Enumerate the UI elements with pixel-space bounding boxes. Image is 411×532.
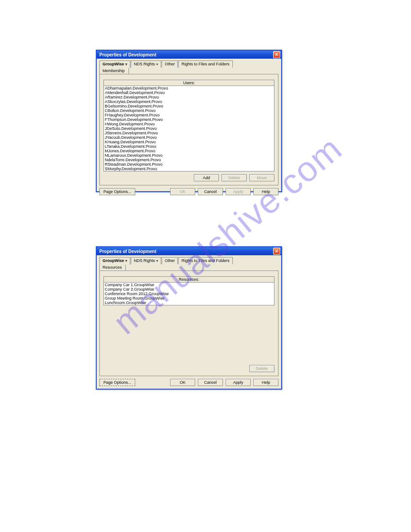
tab-rights-files-folders[interactable]: Rights to Files and Folders: [178, 60, 232, 68]
properties-dialog-resources: Properties of Development ✕ GroupWise▾ N…: [96, 246, 282, 390]
ok-button: OK: [170, 188, 195, 195]
list-item[interactable]: ASkoczylas.Development.Provo: [104, 99, 274, 104]
chevron-down-icon: ▾: [125, 259, 127, 263]
list-item[interactable]: AMendenhall.Development.Provo: [104, 90, 274, 95]
tab-groupwise[interactable]: GroupWise▾: [99, 60, 130, 68]
list-item[interactable]: FThompson.Development.Provo: [104, 117, 274, 122]
list-item[interactable]: RSteadman.Development.Provo: [104, 162, 274, 167]
list-item[interactable]: JStevens.Development.Provo: [104, 131, 274, 135]
cancel-button[interactable]: Cancel: [198, 379, 223, 386]
tab-groupwise[interactable]: GroupWise▾: [99, 257, 130, 265]
tab-rights-files-folders[interactable]: Rights to Files and Folders: [178, 257, 232, 264]
titlebar: Properties of Development ✕: [97, 51, 281, 59]
list-item[interactable]: Group Meeting Room.GroupWise: [104, 296, 274, 300]
list-item[interactable]: NdelaTorre.Development.Provo: [104, 158, 274, 162]
list-item[interactable]: FHaughey.Development.Provo: [104, 113, 274, 117]
window-title: Properties of Development: [99, 249, 156, 254]
list-item[interactable]: BGelsomino.Development.Provo: [104, 104, 274, 108]
chevron-down-icon: ▾: [156, 62, 158, 66]
resources-header: Resources:: [103, 276, 274, 283]
list-item[interactable]: Company Car 2.GroupWise: [104, 287, 274, 292]
apply-button[interactable]: Apply: [226, 379, 251, 386]
list-item[interactable]: MJones.Development.Provo: [104, 149, 274, 153]
content-panel: Resources: Company Car 1.GroupWise Compa…: [99, 270, 278, 376]
window-title: Properties of Development: [99, 52, 156, 57]
subtab-membership[interactable]: Membership: [99, 67, 129, 74]
list-item[interactable]: Lunchroom.GroupWise: [104, 300, 274, 305]
close-icon[interactable]: ✕: [273, 51, 280, 58]
add-button[interactable]: Add: [194, 174, 219, 181]
list-item[interactable]: CBolton.Development.Provo: [104, 108, 274, 113]
ok-button[interactable]: OK: [170, 379, 195, 386]
tab-nds-rights[interactable]: NDS Rights▾: [131, 257, 161, 264]
tab-nds-rights[interactable]: NDS Rights▾: [131, 60, 161, 68]
delete-button: Delete: [222, 174, 247, 181]
resources-listbox[interactable]: Company Car 1.GroupWise Company Car 2.Gr…: [103, 283, 274, 305]
list-item[interactable]: ADharmapalan.Development.Provo: [104, 86, 274, 90]
page-options-button[interactable]: Page Options...: [99, 379, 135, 386]
properties-dialog-membership: Properties of Development ✕ GroupWise▾ N…: [96, 50, 282, 192]
content-panel: Users: ADharmapalan.Development.Provo AM…: [99, 74, 278, 185]
list-item[interactable]: JYacoub.Development.Provo: [104, 135, 274, 140]
list-item[interactable]: MLamaroux.Development.Provo: [104, 153, 274, 158]
users-listbox[interactable]: ADharmapalan.Development.Provo AMendenha…: [103, 86, 274, 172]
close-icon[interactable]: ✕: [273, 248, 280, 255]
chevron-down-icon: ▾: [156, 259, 158, 263]
list-item[interactable]: Conference Room 2012.GroupWise: [104, 292, 274, 296]
help-button[interactable]: Help: [253, 379, 278, 386]
list-item[interactable]: Company Car 1.GroupWise: [104, 283, 274, 287]
list-item[interactable]: JDeSoto.Development.Provo: [104, 126, 274, 131]
cancel-button[interactable]: Cancel: [198, 188, 223, 195]
delete-button: Delete: [249, 365, 274, 372]
help-button[interactable]: Help: [253, 188, 278, 195]
tab-other[interactable]: Other: [162, 257, 178, 264]
chevron-down-icon: ▾: [125, 62, 127, 66]
list-item[interactable]: HWong.Development.Provo: [104, 122, 274, 126]
list-item[interactable]: SMurphy.Development.Provo: [104, 167, 274, 171]
top-tabs: GroupWise▾ NDS Rights▾ Other Rights to F…: [99, 257, 278, 264]
list-item[interactable]: ARamirez.Development.Provo: [104, 95, 274, 99]
move-button: Move: [249, 174, 274, 181]
apply-button: Apply: [226, 188, 251, 195]
list-item[interactable]: LTanaka.Development.Provo: [104, 144, 274, 149]
users-header: Users:: [103, 80, 274, 86]
titlebar: Properties of Development ✕: [97, 247, 281, 255]
subtab-resources[interactable]: Resources: [99, 264, 126, 271]
list-item[interactable]: KHuang.Development.Provo: [104, 140, 274, 144]
top-tabs: GroupWise▾ NDS Rights▾ Other Rights to F…: [99, 60, 278, 68]
page-options-button[interactable]: Page Options...: [99, 188, 135, 195]
tab-other[interactable]: Other: [162, 60, 178, 68]
